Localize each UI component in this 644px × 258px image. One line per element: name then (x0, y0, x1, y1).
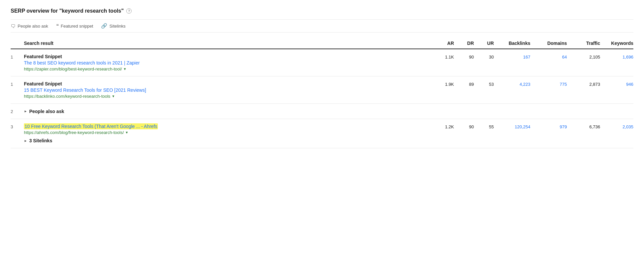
col-keywords[interactable]: 1,696 (600, 54, 633, 60)
result-url[interactable]: https://ahrefs.com/blog/free-keyword-res… (24, 130, 427, 135)
col-ar: 1.2K (427, 124, 454, 129)
table-row: 3 10 Free Keyword Research Tools (That A… (11, 119, 633, 148)
feature-featured-snippet[interactable]: ❝ Featured snippet (56, 23, 93, 29)
page-title: SERP overview for "keyword research tool… (11, 8, 633, 14)
results-table: Search result AR DR UR Backlinks Domains… (11, 38, 633, 148)
header-ur: UR (474, 41, 494, 46)
row-number: 1 (11, 81, 24, 87)
title-text: SERP overview for "keyword research tool… (11, 8, 124, 14)
people-also-ask-label: People also ask (18, 24, 48, 29)
col-domains[interactable]: 979 (530, 124, 567, 129)
header-dr: DR (454, 41, 474, 46)
col-backlinks[interactable]: 167 (494, 54, 530, 60)
result-label: Featured Snippet (24, 81, 427, 86)
featured-snippet-label: Featured snippet (61, 24, 93, 29)
table-row: 1 Featured Snippet The 8 best SEO keywor… (11, 49, 633, 76)
serp-features-bar: 🗨 People also ask ❝ Featured snippet 🔗 S… (11, 19, 633, 33)
col-backlinks[interactable]: 4,223 (494, 81, 530, 87)
result-title-link[interactable]: 15 BEST Keyword Research Tools for SEO [… (24, 87, 427, 93)
row-number: 3 (11, 124, 24, 129)
result-url[interactable]: https://backlinko.com/keyword-research-t… (24, 94, 427, 99)
people-also-ask-text: People also ask (29, 109, 64, 114)
url-dropdown-icon[interactable]: ▼ (112, 94, 115, 98)
row-number: 2 (11, 108, 24, 114)
result-label: Featured Snippet (24, 54, 427, 59)
result-content: 10 Free Keyword Research Tools (That Are… (24, 124, 427, 143)
result-content: Featured Snippet 15 BEST Keyword Researc… (24, 81, 427, 99)
header-keywords: Keywords (600, 41, 633, 46)
help-icon[interactable]: ? (126, 8, 132, 14)
col-traffic: 2,105 (567, 54, 600, 60)
header-search-result: Search result (24, 41, 427, 46)
table-row: 1 Featured Snippet 15 BEST Keyword Resea… (11, 76, 633, 104)
col-ur: 55 (474, 124, 494, 129)
col-ur: 30 (474, 54, 494, 60)
url-dropdown-icon[interactable]: ▼ (123, 67, 127, 71)
result-content: Featured Snippet The 8 best SEO keyword … (24, 54, 427, 71)
result-url[interactable]: https://zapier.com/blog/best-keyword-res… (24, 66, 427, 71)
col-traffic: 2,873 (567, 81, 600, 87)
featured-snippet-icon: ❝ (56, 23, 59, 29)
col-dr: 89 (454, 81, 474, 87)
people-also-ask-item[interactable]: ► People also ask (24, 108, 633, 114)
feature-sitelinks[interactable]: 🔗 Sitelinks (101, 23, 125, 29)
col-keywords[interactable]: 946 (600, 81, 633, 87)
header-ar: AR (427, 41, 454, 46)
result-title-link[interactable]: 10 Free Keyword Research Tools (That Are… (24, 124, 427, 129)
col-ar: 1.1K (427, 54, 454, 60)
row-number: 1 (11, 54, 24, 60)
feature-people-also-ask[interactable]: 🗨 People also ask (11, 23, 48, 29)
header-traffic: Traffic (567, 41, 600, 46)
triangle-icon: ► (24, 109, 27, 113)
sitelinks-text: 3 Sitelinks (29, 138, 52, 143)
sitelinks-label: Sitelinks (109, 24, 125, 29)
result-title-link[interactable]: The 8 best SEO keyword research tools in… (24, 60, 427, 65)
people-also-ask-icon: 🗨 (11, 23, 16, 29)
col-backlinks[interactable]: 120,254 (494, 124, 530, 129)
col-domains[interactable]: 64 (530, 54, 567, 60)
url-dropdown-icon[interactable]: ▼ (125, 131, 129, 134)
header-num (11, 41, 24, 46)
triangle-icon: ► (24, 139, 27, 143)
col-traffic: 6,736 (567, 124, 600, 129)
col-ur: 53 (474, 81, 494, 87)
col-domains[interactable]: 775 (530, 81, 567, 87)
header-backlinks: Backlinks (494, 41, 530, 46)
people-also-ask-row: 2 ► People also ask (11, 104, 633, 119)
sitelinks-icon: 🔗 (101, 23, 107, 29)
col-dr: 90 (454, 124, 474, 129)
sitelinks-item[interactable]: ► 3 Sitelinks (24, 138, 427, 143)
header-domains: Domains (530, 41, 567, 46)
highlighted-title: 10 Free Keyword Research Tools (That Are… (24, 123, 158, 129)
col-keywords[interactable]: 2,035 (600, 124, 633, 129)
col-ar: 1.9K (427, 81, 454, 87)
col-dr: 90 (454, 54, 474, 60)
table-header: Search result AR DR UR Backlinks Domains… (11, 38, 633, 49)
